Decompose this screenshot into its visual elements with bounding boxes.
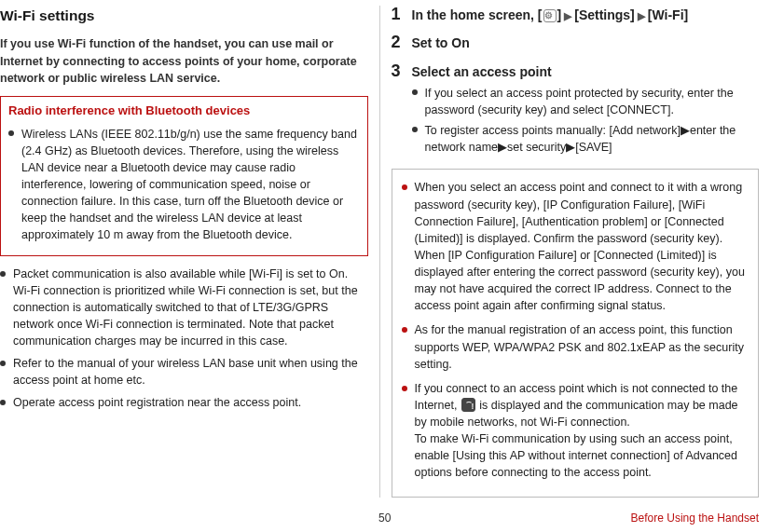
left-bullets: Packet communication is also available w… — [0, 266, 368, 412]
wifi-exclaim-icon — [461, 398, 475, 412]
note-item: If you connect to an access point which … — [402, 380, 749, 482]
radio-box-body: Wireless LANs (IEEE 802.11b/g/n) use the… — [8, 126, 360, 244]
step-3-subs: If you select an access point protected … — [412, 85, 760, 157]
step-2-title: Set to On — [412, 34, 760, 52]
step-3: 3 Select an access point If you select a… — [392, 62, 760, 160]
step-1-title-tail: [Wi-Fi] — [648, 7, 688, 22]
step-1-title-pre: In the home screen, [ — [412, 7, 543, 22]
step-2: 2 Set to On — [392, 34, 760, 56]
step-3-num: 3 — [392, 62, 405, 160]
step-3-sub: If you select an access point protected … — [412, 85, 760, 118]
arrow-icon: ▶ — [564, 11, 571, 21]
left-bullet: Refer to the manual of your wireless LAN… — [0, 355, 368, 389]
step-1-title-mid1: ] — [557, 7, 562, 22]
radio-interference-box: Radio interference with Bluetooth device… — [0, 96, 368, 256]
intro-text: If you use Wi-Fi function of the handset… — [0, 35, 368, 86]
notes-box: When you select an access point and conn… — [392, 169, 760, 497]
note-item: As for the manual registration of an acc… — [402, 321, 749, 372]
settings-icon — [543, 9, 557, 22]
footer-section: Before Using the Handset — [631, 511, 759, 526]
page-footer: 50 Before Using the Handset — [0, 511, 759, 526]
step-1-title: In the home screen, []▶[Settings]▶[Wi-Fi… — [412, 6, 760, 24]
left-bullet: Operate access point registration near t… — [0, 394, 368, 411]
step-1-title-mid2: [Settings] — [574, 7, 635, 22]
note-item: When you select an access point and conn… — [402, 179, 749, 314]
radio-box-title: Radio interference with Bluetooth device… — [8, 102, 360, 120]
left-bullet: Packet communication is also available w… — [0, 266, 368, 350]
step-1: 1 In the home screen, []▶[Settings]▶[Wi-… — [392, 6, 760, 28]
step-3-title: Select an access point — [412, 62, 760, 81]
wifi-settings-heading: Wi-Fi settings — [0, 6, 368, 26]
page-number: 50 — [378, 511, 391, 526]
step-3-sub: To register access points manually: [Add… — [412, 122, 760, 156]
step-2-num: 2 — [392, 34, 405, 56]
step-1-num: 1 — [392, 6, 405, 28]
arrow-icon: ▶ — [638, 11, 645, 21]
